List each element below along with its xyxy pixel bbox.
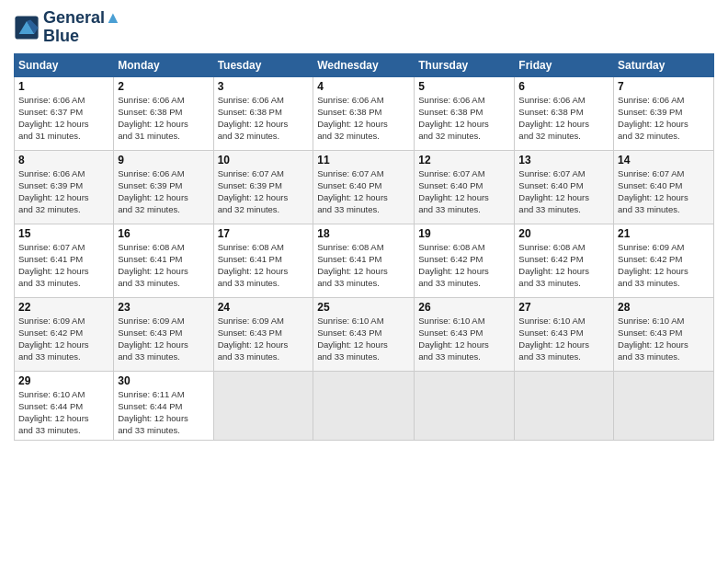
day-info: Sunrise: 6:07 AMSunset: 6:39 PMDaylight:… xyxy=(218,167,310,216)
calendar-cell: 7Sunrise: 6:06 AMSunset: 6:39 PMDaylight… xyxy=(614,76,714,150)
day-info: Sunrise: 6:09 AMSunset: 6:43 PMDaylight:… xyxy=(118,315,209,363)
day-info: Sunrise: 6:08 AMSunset: 6:41 PMDaylight:… xyxy=(218,241,310,290)
calendar-cell: 21Sunrise: 6:09 AMSunset: 6:42 PMDayligh… xyxy=(614,224,714,297)
page-container: General▲ Blue SundayMondayTuesdayWednesd… xyxy=(0,0,728,450)
day-number: 27 xyxy=(518,301,609,314)
calendar-day-header: Tuesday xyxy=(213,53,313,76)
day-number: 28 xyxy=(618,301,710,314)
calendar-cell xyxy=(313,371,415,440)
day-info: Sunrise: 6:07 AMSunset: 6:40 PMDaylight:… xyxy=(418,167,510,216)
day-info: Sunrise: 6:07 AMSunset: 6:40 PMDaylight:… xyxy=(518,167,609,216)
calendar-cell: 3Sunrise: 6:06 AMSunset: 6:38 PMDaylight… xyxy=(213,76,313,150)
day-number: 7 xyxy=(618,80,710,93)
day-info: Sunrise: 6:10 AMSunset: 6:43 PMDaylight:… xyxy=(518,315,609,363)
logo-line1-accent: ▲ xyxy=(105,8,121,27)
calendar-day-header: Sunday xyxy=(15,53,114,76)
logo: General▲ Blue xyxy=(14,9,121,46)
day-info: Sunrise: 6:09 AMSunset: 6:42 PMDaylight:… xyxy=(618,241,710,290)
calendar-cell: 4Sunrise: 6:06 AMSunset: 6:38 PMDaylight… xyxy=(313,76,415,150)
day-info: Sunrise: 6:06 AMSunset: 6:38 PMDaylight:… xyxy=(418,94,510,143)
day-info: Sunrise: 6:06 AMSunset: 6:39 PMDaylight:… xyxy=(118,167,209,216)
calendar-cell: 30Sunrise: 6:11 AMSunset: 6:44 PMDayligh… xyxy=(114,371,213,440)
calendar-cell: 6Sunrise: 6:06 AMSunset: 6:38 PMDaylight… xyxy=(515,76,614,150)
day-info: Sunrise: 6:11 AMSunset: 6:44 PMDaylight:… xyxy=(118,388,209,437)
calendar-day-header: Friday xyxy=(515,53,614,76)
calendar-cell: 10Sunrise: 6:07 AMSunset: 6:39 PMDayligh… xyxy=(213,150,313,224)
day-number: 9 xyxy=(118,154,209,167)
day-number: 26 xyxy=(418,301,510,314)
day-info: Sunrise: 6:09 AMSunset: 6:43 PMDaylight:… xyxy=(218,315,310,363)
calendar-cell: 16Sunrise: 6:08 AMSunset: 6:41 PMDayligh… xyxy=(114,224,213,297)
calendar-cell xyxy=(614,371,714,440)
calendar-cell: 18Sunrise: 6:08 AMSunset: 6:41 PMDayligh… xyxy=(313,224,415,297)
calendar-cell: 1Sunrise: 6:06 AMSunset: 6:37 PMDaylight… xyxy=(15,76,114,150)
day-number: 2 xyxy=(118,80,209,93)
day-number: 15 xyxy=(18,227,109,240)
day-number: 24 xyxy=(218,301,310,314)
day-info: Sunrise: 6:06 AMSunset: 6:39 PMDaylight:… xyxy=(618,94,710,143)
logo-line2: Blue xyxy=(43,28,121,46)
calendar-day-header: Monday xyxy=(114,53,213,76)
calendar-day-header: Wednesday xyxy=(313,53,415,76)
day-number: 19 xyxy=(418,227,510,240)
calendar-cell: 29Sunrise: 6:10 AMSunset: 6:44 PMDayligh… xyxy=(15,371,114,440)
day-info: Sunrise: 6:10 AMSunset: 6:43 PMDaylight:… xyxy=(317,315,410,363)
calendar-day-header: Saturday xyxy=(614,53,714,76)
calendar-cell xyxy=(515,371,614,440)
day-info: Sunrise: 6:08 AMSunset: 6:42 PMDaylight:… xyxy=(518,241,609,290)
calendar-cell: 9Sunrise: 6:06 AMSunset: 6:39 PMDaylight… xyxy=(114,150,213,224)
calendar-cell: 23Sunrise: 6:09 AMSunset: 6:43 PMDayligh… xyxy=(114,297,213,371)
day-number: 3 xyxy=(218,80,310,93)
calendar-cell: 28Sunrise: 6:10 AMSunset: 6:43 PMDayligh… xyxy=(614,297,714,371)
day-number: 25 xyxy=(317,301,410,314)
calendar-cell xyxy=(415,371,515,440)
day-number: 16 xyxy=(118,227,209,240)
calendar-cell: 26Sunrise: 6:10 AMSunset: 6:43 PMDayligh… xyxy=(415,297,515,371)
day-info: Sunrise: 6:08 AMSunset: 6:42 PMDaylight:… xyxy=(418,241,510,290)
calendar-header-row: SundayMondayTuesdayWednesdayThursdayFrid… xyxy=(15,53,714,76)
day-number: 20 xyxy=(518,227,609,240)
calendar-cell: 14Sunrise: 6:07 AMSunset: 6:40 PMDayligh… xyxy=(614,150,714,224)
day-number: 8 xyxy=(18,154,109,167)
day-info: Sunrise: 6:10 AMSunset: 6:44 PMDaylight:… xyxy=(18,388,109,437)
day-info: Sunrise: 6:09 AMSunset: 6:42 PMDaylight:… xyxy=(18,315,109,363)
calendar-cell: 25Sunrise: 6:10 AMSunset: 6:43 PMDayligh… xyxy=(313,297,415,371)
day-number: 11 xyxy=(317,154,410,167)
calendar-cell: 11Sunrise: 6:07 AMSunset: 6:40 PMDayligh… xyxy=(313,150,415,224)
calendar-cell: 22Sunrise: 6:09 AMSunset: 6:42 PMDayligh… xyxy=(15,297,114,371)
calendar-day-header: Thursday xyxy=(415,53,515,76)
header: General▲ Blue xyxy=(14,9,714,46)
calendar-cell: 17Sunrise: 6:08 AMSunset: 6:41 PMDayligh… xyxy=(213,224,313,297)
calendar-cell: 15Sunrise: 6:07 AMSunset: 6:41 PMDayligh… xyxy=(15,224,114,297)
day-number: 29 xyxy=(18,374,109,387)
day-number: 18 xyxy=(317,227,410,240)
calendar-cell: 19Sunrise: 6:08 AMSunset: 6:42 PMDayligh… xyxy=(415,224,515,297)
day-number: 6 xyxy=(518,80,609,93)
day-info: Sunrise: 6:10 AMSunset: 6:43 PMDaylight:… xyxy=(618,315,710,363)
day-info: Sunrise: 6:06 AMSunset: 6:38 PMDaylight:… xyxy=(317,94,410,143)
calendar-cell: 2Sunrise: 6:06 AMSunset: 6:38 PMDaylight… xyxy=(114,76,213,150)
calendar-cell: 5Sunrise: 6:06 AMSunset: 6:38 PMDaylight… xyxy=(415,76,515,150)
day-info: Sunrise: 6:10 AMSunset: 6:43 PMDaylight:… xyxy=(418,315,510,363)
calendar-cell: 27Sunrise: 6:10 AMSunset: 6:43 PMDayligh… xyxy=(515,297,614,371)
day-info: Sunrise: 6:06 AMSunset: 6:39 PMDaylight:… xyxy=(18,167,109,216)
calendar-cell: 12Sunrise: 6:07 AMSunset: 6:40 PMDayligh… xyxy=(415,150,515,224)
day-info: Sunrise: 6:08 AMSunset: 6:41 PMDaylight:… xyxy=(118,241,209,290)
day-info: Sunrise: 6:06 AMSunset: 6:38 PMDaylight:… xyxy=(518,94,609,143)
logo-line1: General▲ xyxy=(43,9,121,28)
day-info: Sunrise: 6:08 AMSunset: 6:41 PMDaylight:… xyxy=(317,241,410,290)
calendar-cell: 20Sunrise: 6:08 AMSunset: 6:42 PMDayligh… xyxy=(515,224,614,297)
calendar-cell: 24Sunrise: 6:09 AMSunset: 6:43 PMDayligh… xyxy=(213,297,313,371)
day-number: 14 xyxy=(618,154,710,167)
calendar-body: 1Sunrise: 6:06 AMSunset: 6:37 PMDaylight… xyxy=(15,76,714,440)
day-number: 10 xyxy=(218,154,310,167)
calendar-cell xyxy=(213,371,313,440)
day-number: 1 xyxy=(18,80,109,93)
day-number: 22 xyxy=(18,301,109,314)
day-info: Sunrise: 6:06 AMSunset: 6:37 PMDaylight:… xyxy=(18,94,109,143)
day-number: 30 xyxy=(118,374,209,387)
day-number: 17 xyxy=(218,227,310,240)
day-info: Sunrise: 6:06 AMSunset: 6:38 PMDaylight:… xyxy=(118,94,209,143)
day-info: Sunrise: 6:07 AMSunset: 6:40 PMDaylight:… xyxy=(618,167,710,216)
day-info: Sunrise: 6:07 AMSunset: 6:40 PMDaylight:… xyxy=(317,167,410,216)
